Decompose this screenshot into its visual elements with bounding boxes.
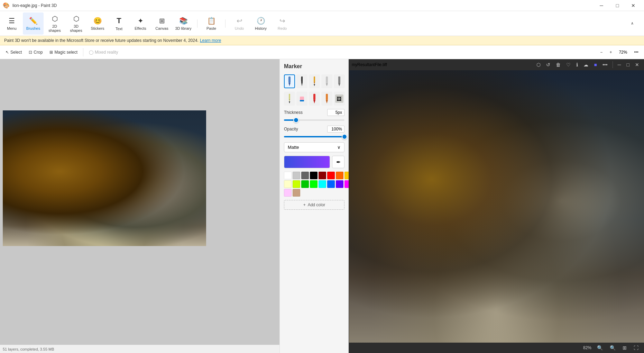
3dlibrary-label: 3D library [175, 26, 191, 30]
tool-crop[interactable]: ⊡ Crop [26, 48, 45, 56]
tool-select[interactable]: ↖ Select [3, 48, 25, 56]
brushes-icon: ✏️ [29, 17, 38, 25]
toolbar-menu[interactable]: ☰ Menu [1, 12, 22, 35]
toolbar-3dshapes[interactable]: ⬡ 3D shapes [66, 12, 86, 35]
viewer-info-button[interactable]: ℹ [574, 61, 580, 69]
viewer-fit-button[interactable]: ⊞ [621, 344, 628, 351]
close-button[interactable]: ✕ [625, 0, 641, 11]
color-blue[interactable] [327, 180, 335, 188]
opacity-fill [284, 136, 344, 137]
tool-magic-select[interactable]: ⊞ Magic select [47, 48, 80, 56]
color-green[interactable] [310, 180, 318, 188]
color-black[interactable] [310, 172, 318, 179]
color-tan[interactable] [293, 189, 300, 197]
brush-tool-fill[interactable]: 🖼 [334, 92, 345, 106]
toolbar-brushes[interactable]: ✏️ Brushes [23, 12, 44, 35]
thickness-thumb[interactable] [293, 117, 299, 123]
brush-tool-pen[interactable] [296, 74, 307, 88]
opacity-section: Opacity 100% [284, 126, 344, 139]
matte-label: Matte [288, 145, 299, 150]
viewer-zoom-in-button[interactable]: 🔍 [608, 344, 617, 351]
viewer-more-button[interactable]: ••• [600, 61, 610, 69]
color-red[interactable] [327, 172, 335, 179]
color-lightgray[interactable] [293, 172, 300, 179]
color-lightpink[interactable] [284, 189, 292, 197]
toolbar-stickers[interactable]: 😊 Stickers [87, 12, 108, 35]
viewer-maximize-button[interactable]: □ [625, 61, 632, 69]
toolbar-paste[interactable]: 📋 Paste [201, 12, 222, 35]
minimize-button[interactable]: ─ [594, 0, 609, 11]
color-yellow[interactable] [293, 180, 300, 188]
zoom-in-button[interactable]: + [607, 48, 615, 56]
color-cyan[interactable] [319, 180, 326, 188]
viewer-heart-button[interactable]: ♡ [564, 61, 573, 69]
maximize-button[interactable]: □ [609, 0, 625, 11]
color-gray[interactable] [301, 172, 309, 179]
viewer-export-button[interactable]: ⬡ [534, 61, 543, 69]
toolbar-effects[interactable]: ✦ Effects [130, 12, 151, 35]
toolbar-divider2 [225, 19, 226, 28]
eyedropper-button[interactable]: ✒ [332, 156, 344, 168]
toolbar-undo[interactable]: ↩ Undo [229, 12, 250, 35]
brush-tool-eraser[interactable] [296, 92, 307, 106]
svg-marker-8 [314, 84, 315, 86]
brush-tool-crayon[interactable] [321, 74, 332, 88]
redo-icon: ↪ [279, 17, 285, 25]
thickness-label: Thickness [284, 110, 303, 115]
more-options-button[interactable]: ••• [631, 48, 641, 56]
2dshapes-label: 2D shapes [46, 24, 64, 33]
matte-dropdown[interactable]: Matte ∨ [284, 142, 344, 152]
toolbar-history[interactable]: 🕐 History [250, 12, 271, 35]
opacity-thumb[interactable] [342, 134, 347, 139]
color-gold[interactable] [344, 172, 349, 179]
canvas-wrapper[interactable] [0, 59, 279, 345]
canvas-image [3, 110, 206, 246]
viewer-apps-button[interactable]: ■ [592, 61, 599, 69]
current-color-swatch[interactable] [284, 156, 330, 168]
notification-link[interactable]: Learn more [200, 38, 221, 43]
color-darkgreen[interactable] [301, 180, 309, 188]
toolbar-3dlibrary[interactable]: 📚 3D library [173, 12, 194, 35]
viewer-rotate-button[interactable]: ↺ [544, 61, 552, 69]
toolbar-divider1 [197, 19, 197, 28]
color-magenta[interactable] [344, 180, 349, 188]
thickness-slider[interactable] [284, 119, 344, 121]
toolbar-collapse[interactable]: ∧ [622, 12, 643, 35]
collapse-icon: ∧ [631, 21, 634, 26]
viewer-minimize-button[interactable]: ─ [616, 61, 623, 69]
color-orange[interactable] [336, 172, 343, 179]
zoom-level: 72% [616, 50, 630, 55]
color-white[interactable] [284, 172, 292, 179]
brush-tool-red[interactable] [309, 92, 320, 106]
viewer-delete-button[interactable]: 🗑 [554, 61, 563, 69]
viewer-fullscreen-button[interactable]: ⛶ [632, 344, 640, 351]
viewer-close-button[interactable]: ✕ [633, 61, 641, 69]
color-purple[interactable] [336, 180, 343, 188]
toolbar-2dshapes[interactable]: ⬡ 2D shapes [44, 12, 65, 35]
brush-tool-calligraphy[interactable] [334, 74, 345, 88]
zoom-out-button[interactable]: − [597, 48, 605, 56]
color-darkred[interactable] [319, 172, 326, 179]
svg-rect-2 [288, 78, 289, 81]
undo-icon: ↩ [237, 17, 242, 25]
brush-tool-marker[interactable] [284, 74, 295, 88]
brush-tool-pencil2[interactable] [284, 92, 295, 106]
viewer-cloud-button[interactable]: ☁ [581, 61, 590, 69]
toolbar-text[interactable]: T Text [109, 12, 129, 35]
toolbar-canvas[interactable]: ⊞ Canvas [151, 12, 172, 35]
viewer-zoom-out-button[interactable]: 🔍 [596, 344, 604, 351]
color-lightyellow[interactable] [284, 180, 292, 188]
svg-rect-13 [289, 94, 290, 99]
title-bar-left: 🎨 lion-eagle.jpg - Paint 3D [3, 2, 57, 9]
svg-rect-5 [301, 77, 302, 81]
add-color-plus: + [303, 202, 306, 207]
viewer-image [349, 70, 644, 343]
brush-tool-pencil1[interactable] [309, 74, 320, 88]
thickness-section: Thickness 5px [284, 109, 344, 122]
add-color-button[interactable]: + Add color [284, 200, 344, 210]
toolbar-redo[interactable]: ↪ Redo [272, 12, 293, 35]
effects-icon: ✦ [138, 17, 144, 25]
opacity-slider[interactable] [284, 136, 344, 137]
viewer-divider [613, 61, 613, 68]
brush-tool-orange[interactable] [321, 92, 332, 106]
